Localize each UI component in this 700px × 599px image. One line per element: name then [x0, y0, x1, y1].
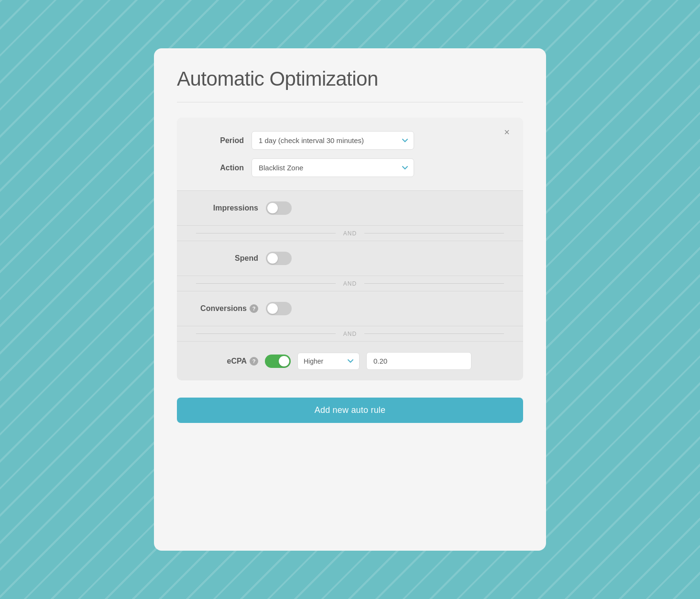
and-text-2: AND	[336, 280, 364, 287]
and-line-right-2	[364, 283, 504, 284]
and-divider-1: AND	[177, 226, 523, 241]
action-label: Action	[196, 164, 244, 172]
impressions-slider	[266, 201, 292, 215]
and-divider-2: AND	[177, 276, 523, 291]
inner-panel: × Period 1 day (check interval 30 minute…	[177, 118, 523, 380]
action-select[interactable]: Blacklist Zone Pause Campaign Adjust Bid	[252, 158, 414, 177]
ecpa-help-icon[interactable]: ?	[250, 357, 258, 366]
conversions-slider	[266, 302, 292, 315]
page-title: Automatic Optimization	[177, 67, 523, 90]
spend-label: Spend	[196, 254, 258, 263]
period-row: Period 1 day (check interval 30 minutes)…	[196, 131, 504, 150]
conversions-toggle[interactable]	[266, 302, 292, 315]
ecpa-toggle[interactable]	[265, 355, 291, 368]
conditions-section: Impressions AND Spend	[177, 190, 523, 380]
and-text-3: AND	[336, 331, 364, 337]
period-select[interactable]: 1 day (check interval 30 minutes) 3 days…	[252, 131, 414, 150]
spend-row: Spend	[177, 241, 523, 276]
ecpa-row: eCPA ? Higher Lower	[177, 342, 523, 380]
and-line-right-3	[364, 333, 504, 334]
and-line-left-2	[196, 283, 336, 284]
main-card: Automatic Optimization × Period 1 day (c…	[154, 48, 546, 551]
action-row: Action Blacklist Zone Pause Campaign Adj…	[196, 158, 504, 177]
title-divider	[177, 102, 523, 102]
and-divider-3: AND	[177, 326, 523, 342]
impressions-row: Impressions	[177, 191, 523, 226]
and-line-right-1	[364, 233, 504, 233]
close-button[interactable]: ×	[500, 125, 514, 139]
conversions-help-icon[interactable]: ?	[250, 304, 258, 313]
period-label: Period	[196, 136, 244, 145]
impressions-label: Impressions	[196, 204, 258, 212]
ecpa-value-input[interactable]	[366, 352, 471, 370]
form-section: Period 1 day (check interval 30 minutes)…	[177, 118, 523, 190]
conversions-label: Conversions ?	[196, 304, 258, 313]
add-rule-button[interactable]: Add new auto rule	[177, 398, 523, 423]
ecpa-direction-select[interactable]: Higher Lower	[297, 353, 360, 370]
and-text-1: AND	[336, 230, 364, 237]
spend-slider	[266, 252, 292, 265]
conversions-row: Conversions ?	[177, 291, 523, 326]
spend-toggle[interactable]	[266, 252, 292, 265]
ecpa-label: eCPA ?	[196, 357, 258, 366]
and-line-left-1	[196, 233, 336, 233]
impressions-toggle[interactable]	[266, 201, 292, 215]
ecpa-slider	[265, 355, 291, 368]
and-line-left-3	[196, 333, 336, 334]
